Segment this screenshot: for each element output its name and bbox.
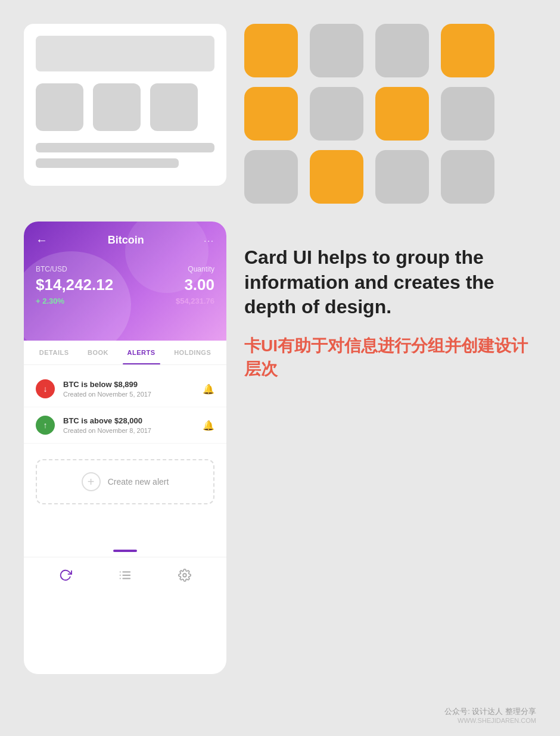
wireframe-card — [24, 24, 226, 186]
tab-holdings[interactable]: HOLDINGS — [169, 341, 216, 364]
grid-box-2-2 — [310, 87, 363, 141]
nav-list-icon[interactable] — [117, 567, 133, 584]
alert-title-1: BTC is below $8,899 — [63, 380, 194, 389]
spacer — [24, 514, 226, 550]
alert-info-2: BTC is above $28,000 Created on November… — [63, 416, 194, 434]
tab-alerts[interactable]: ALERTS — [123, 341, 160, 364]
price-row: BTC/USD $14,242.12 + 2.30% Quantity 3.00… — [36, 265, 214, 305]
grid-box-4-2 — [441, 87, 494, 141]
phone-price-section: BTC/USD $14,242.12 + 2.30% Quantity 3.00… — [36, 259, 214, 305]
grid-col-2 — [310, 24, 363, 204]
alert-title-2: BTC is above $28,000 — [63, 416, 194, 425]
price-left: BTC/USD $14,242.12 + 2.30% — [36, 265, 113, 305]
create-alert-plus-icon: + — [82, 472, 101, 491]
alert-icon-up: ↑ — [36, 416, 55, 435]
grid-box-4-1 — [441, 24, 494, 77]
footer-watermark: 公众号: 设计达人 整理分享 WWW.SHEJIDAREN.COM — [444, 706, 536, 724]
alert-item-1[interactable]: ↓ BTC is below $8,899 Created on Novembe… — [24, 371, 226, 407]
quantity-value: 3.00 — [176, 276, 214, 294]
watermark-line2: WWW.SHEJIDAREN.COM — [444, 717, 536, 724]
phone-bottom-nav — [24, 557, 226, 593]
quantity-right: Quantity 3.00 $54,231.76 — [176, 265, 214, 305]
top-section — [24, 24, 536, 204]
grid-box-1-2 — [244, 87, 298, 141]
nav-settings-icon[interactable] — [176, 567, 193, 584]
grid-box-3-2 — [375, 87, 429, 141]
grid-section — [244, 24, 536, 204]
price-label: BTC/USD — [36, 265, 113, 273]
grid-box-3-1 — [375, 24, 429, 77]
wireframe-icon-3 — [150, 83, 198, 131]
grid-box-2-1 — [310, 24, 363, 77]
quantity-label: Quantity — [176, 265, 214, 273]
phone-mockup: ← Bitcoin ··· BTC/USD $14,242.12 + 2.30%… — [24, 222, 226, 674]
create-alert-label: Create new alert — [108, 477, 169, 486]
tab-book[interactable]: BOOK — [83, 341, 113, 364]
price-change: + 2.30% — [36, 297, 113, 305]
wireframe-icons-row — [36, 83, 214, 131]
alert-date-1: Created on November 5, 2017 — [63, 391, 194, 398]
sub-description-chinese: 卡UI有助于对信息进行分组并创建设计层次 — [244, 334, 536, 381]
grid-box-1-3 — [244, 150, 298, 204]
alert-bell-1[interactable]: 🔔 — [203, 383, 214, 395]
grid-box-1-1 — [244, 24, 298, 77]
alert-bell-2[interactable]: 🔔 — [203, 420, 214, 431]
alert-info-1: BTC is below $8,899 Created on November … — [63, 380, 194, 398]
wireframe-text-1 — [36, 143, 214, 152]
alerts-list: ↓ BTC is below $8,899 Created on Novembe… — [24, 365, 226, 450]
alert-date-2: Created on November 8, 2017 — [63, 427, 194, 434]
main-description: Card UI helps to group the information a… — [244, 245, 536, 320]
create-alert-section[interactable]: + Create new alert — [36, 459, 214, 504]
grid-col-3 — [375, 24, 429, 204]
alert-icon-down: ↓ — [36, 379, 55, 398]
grid-box-3-3 — [375, 150, 429, 204]
text-section: Card UI helps to group the information a… — [244, 222, 536, 381]
alert-item-2[interactable]: ↑ BTC is above $28,000 Created on Novemb… — [24, 407, 226, 444]
nav-refresh-icon[interactable] — [57, 567, 74, 584]
phone-header: ← Bitcoin ··· BTC/USD $14,242.12 + 2.30%… — [24, 222, 226, 341]
bottom-nav-indicator — [113, 550, 137, 552]
wireframe-header — [36, 36, 214, 71]
grid-box-2-3 — [310, 150, 363, 204]
phone-tabs: DETAILS BOOK ALERTS HOLDINGS — [24, 341, 226, 365]
price-value: $14,242.12 — [36, 276, 113, 294]
grid-col-4 — [441, 24, 494, 204]
wireframe-icon-1 — [36, 83, 83, 131]
back-button[interactable]: ← — [36, 233, 48, 247]
svg-point-6 — [183, 573, 186, 577]
watermark-line1: 公众号: 设计达人 整理分享 — [444, 706, 536, 717]
wireframe-text-2 — [36, 158, 179, 168]
tab-details[interactable]: DETAILS — [35, 341, 74, 364]
quantity-usd: $54,231.76 — [176, 297, 214, 305]
bottom-section: ← Bitcoin ··· BTC/USD $14,242.12 + 2.30%… — [24, 222, 536, 674]
wireframe-icon-2 — [93, 83, 141, 131]
grid-col-1 — [244, 24, 298, 204]
grid-box-4-3 — [441, 150, 494, 204]
